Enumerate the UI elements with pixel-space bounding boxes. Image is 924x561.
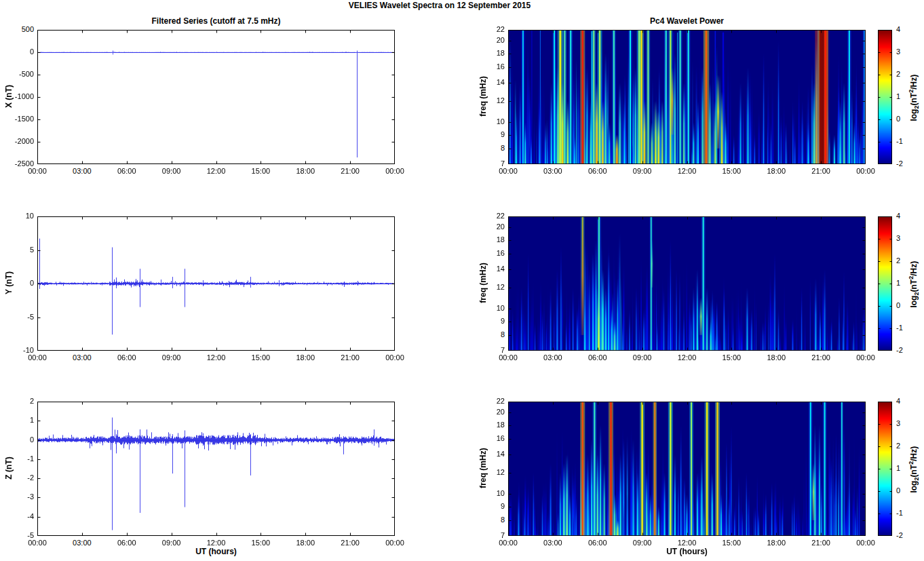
x-tick-label: 06:00: [579, 353, 617, 362]
x-tick-label: 21:00: [802, 353, 840, 362]
x-tick-label: 15:00: [242, 353, 280, 362]
y-series-ylabel: Y (nT): [4, 216, 14, 350]
x-tick-label: 03:00: [63, 539, 101, 547]
x-tick-label: 03:00: [534, 167, 572, 175]
x-tick-label: 09:00: [623, 353, 661, 362]
x-tick-label: 00:00: [18, 353, 56, 362]
y-series-plot-canvas: [37, 216, 395, 351]
x-tick-label: 15:00: [242, 539, 280, 547]
x-tick-label: 12:00: [668, 167, 706, 175]
left-x-axis-label: UT (hours): [37, 547, 395, 556]
colorbar-label-part: /Hz): [909, 446, 919, 461]
x-tick-label: 21:00: [331, 167, 369, 175]
right-x-axis-label: UT (hours): [508, 547, 866, 556]
colorbar-label-sub: 2: [913, 106, 920, 109]
colorbar-label-part: (nT: [909, 93, 919, 106]
colorbar-canvas: [878, 402, 892, 536]
x-wavelet-plot-canvas: [508, 30, 866, 164]
x-tick-label: 09:00: [153, 353, 191, 362]
velies-wavelet-figure: VELIES Wavelet Spectra on 12 September 2…: [0, 0, 924, 561]
z-series-plot-canvas: [37, 402, 395, 536]
colorbar-label: log2(nT2/Hz): [908, 31, 920, 165]
colorbar-label-part: (nT: [909, 465, 919, 478]
x-tick-label: 15:00: [242, 167, 280, 175]
x-tick-label: 18:00: [757, 353, 795, 362]
colorbar-canvas: [878, 216, 892, 351]
x-tick-label: 00:00: [376, 167, 414, 175]
colorbar-label-sup: 2: [908, 90, 915, 93]
x-tick-label: 12:00: [197, 539, 235, 547]
z-wavelet-plot-canvas: [508, 402, 866, 536]
x-tick-label: 21:00: [331, 539, 369, 547]
x-tick-label: 09:00: [623, 167, 661, 175]
x-tick-label: 03:00: [534, 353, 572, 362]
x-tick-label: 12:00: [197, 353, 235, 362]
x-tick-label: 21:00: [802, 167, 840, 175]
x-tick-label: 18:00: [757, 539, 795, 547]
x-tick-label: 09:00: [623, 539, 661, 547]
x-tick-label: 03:00: [534, 539, 572, 547]
x-tick-label: 00:00: [376, 539, 414, 547]
x-tick-label: 00:00: [847, 353, 885, 362]
x-tick-label: 21:00: [802, 539, 840, 547]
x-tick-label: 00:00: [847, 167, 885, 175]
y-wavelet-plot-canvas: [508, 216, 866, 351]
colorbar-label-part: (nT: [909, 279, 919, 292]
x-tick-label: 06:00: [108, 167, 146, 175]
colorbar-label: log2(nT2/Hz): [908, 217, 920, 351]
x-tick-label: 00:00: [489, 353, 527, 362]
z-series-ylabel: Z (nT): [4, 401, 14, 535]
x-tick-label: 00:00: [18, 539, 56, 547]
colorbar-label-sup: 2: [908, 276, 915, 279]
x-tick-label: 00:00: [489, 539, 527, 547]
colorbar-label-sup: 2: [908, 461, 915, 465]
figure-title: VELIES Wavelet Spectra on 12 September 2…: [0, 1, 879, 10]
x-tick-label: 09:00: [153, 539, 191, 547]
x-tick-label: 21:00: [331, 353, 369, 362]
colorbar-label-sub: 2: [913, 292, 920, 296]
x-tick-label: 00:00: [376, 353, 414, 362]
x-tick-label: 12:00: [668, 539, 706, 547]
x-tick-label: 06:00: [108, 539, 146, 547]
z-wavelet-ylabel: freq (mHz): [478, 401, 488, 535]
x-tick-label: 06:00: [579, 539, 617, 547]
colorbar-label-part: /Hz): [909, 261, 919, 276]
colorbar-canvas: [878, 30, 892, 164]
right-column-title: Pc4 Wavelet Power: [508, 16, 866, 26]
colorbar-label-part: log: [909, 481, 919, 493]
x-tick-label: 18:00: [286, 353, 324, 362]
x-tick-label: 15:00: [712, 539, 750, 547]
colorbar-label-part: /Hz): [909, 75, 919, 90]
x-tick-label: 03:00: [63, 353, 101, 362]
x-tick-label: 18:00: [757, 167, 795, 175]
x-tick-label: 18:00: [286, 167, 324, 175]
x-tick-label: 00:00: [489, 167, 527, 175]
x-tick-label: 00:00: [847, 539, 885, 547]
y-wavelet-ylabel: freq (mHz): [478, 216, 488, 350]
x-tick-label: 06:00: [108, 353, 146, 362]
x-tick-label: 06:00: [579, 167, 617, 175]
colorbar-label: log2(nT2/Hz): [908, 402, 920, 537]
x-tick-label: 12:00: [197, 167, 235, 175]
colorbar-label-part: log: [909, 296, 919, 308]
left-column-title: Filtered Series (cutoff at 7.5 mHz): [37, 16, 395, 26]
x-tick-label: 03:00: [63, 167, 101, 175]
x-wavelet-ylabel: freq (mHz): [478, 29, 488, 163]
x-tick-label: 12:00: [668, 353, 706, 362]
colorbar-label-sub: 2: [913, 478, 920, 481]
x-series-plot-canvas: [37, 30, 395, 164]
colorbar-label-part: log: [909, 109, 919, 121]
x-tick-label: 00:00: [18, 167, 56, 175]
x-tick-label: 18:00: [286, 539, 324, 547]
x-tick-label: 15:00: [712, 167, 750, 175]
x-tick-label: 15:00: [712, 353, 750, 362]
x-tick-label: 09:00: [153, 167, 191, 175]
x-series-ylabel: X (nT): [4, 29, 14, 163]
